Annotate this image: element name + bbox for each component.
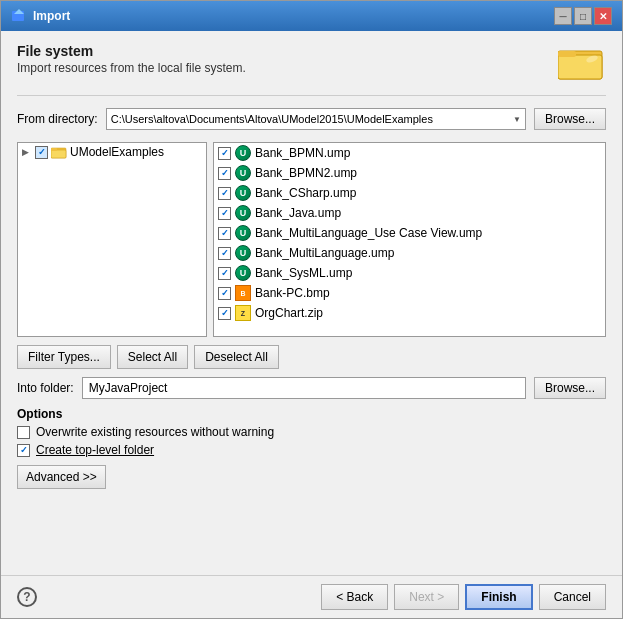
close-button[interactable]: ✕ xyxy=(594,7,612,25)
import-dialog: Import ─ □ ✕ File system Import resource… xyxy=(0,0,623,619)
file-row-5[interactable]: U Bank_MultiLanguage.ump xyxy=(214,243,605,263)
tree-item-umodelexamples[interactable]: ▶ UModelExamples xyxy=(18,143,206,161)
into-folder-browse-button[interactable]: Browse... xyxy=(534,377,606,399)
header-divider xyxy=(17,95,606,96)
bmp-icon-7: B xyxy=(235,285,251,301)
section-title: File system xyxy=(17,43,246,59)
ump-icon-3: U xyxy=(235,205,251,221)
zip-icon-8: Z xyxy=(235,305,251,321)
file-row-4[interactable]: U Bank_MultiLanguage_Use Case View.ump xyxy=(214,223,605,243)
file-checkbox-1[interactable] xyxy=(218,167,231,180)
option2-label: Create top-level folder xyxy=(36,443,154,457)
into-folder-input[interactable] xyxy=(82,377,526,399)
ump-icon-6: U xyxy=(235,265,251,281)
file-checkbox-2[interactable] xyxy=(218,187,231,200)
nav-buttons: < Back Next > Finish Cancel xyxy=(321,584,606,610)
file-row-8[interactable]: Z OrgChart.zip xyxy=(214,303,605,323)
title-bar-left: Import xyxy=(11,8,70,24)
filter-types-button[interactable]: Filter Types... xyxy=(17,345,111,369)
section-header: File system Import resources from the lo… xyxy=(17,43,606,83)
cancel-button[interactable]: Cancel xyxy=(539,584,606,610)
into-folder-row: Into folder: Browse... xyxy=(17,377,606,399)
file-row-1[interactable]: U Bank_BPMN2.ump xyxy=(214,163,605,183)
tree-item-label: UModelExamples xyxy=(70,145,164,159)
file-name-0: Bank_BPMN.ump xyxy=(255,146,350,160)
advanced-button[interactable]: Advanced >> xyxy=(17,465,106,489)
file-name-5: Bank_MultiLanguage.ump xyxy=(255,246,394,260)
files-panel[interactable]: U Bank_BPMN.ump U Bank_BPMN2.ump U Bank_… xyxy=(213,142,606,337)
deselect-all-button[interactable]: Deselect All xyxy=(194,345,279,369)
file-name-4: Bank_MultiLanguage_Use Case View.ump xyxy=(255,226,482,240)
option2-checkbox[interactable] xyxy=(17,444,30,457)
from-dir-value: C:\Users\altova\Documents\Altova\UModel2… xyxy=(111,113,433,125)
ump-icon-4: U xyxy=(235,225,251,241)
minimize-button[interactable]: ─ xyxy=(554,7,572,25)
file-row-6[interactable]: U Bank_SysML.ump xyxy=(214,263,605,283)
file-row-7[interactable]: B Bank-PC.bmp xyxy=(214,283,605,303)
option-row-1: Overwrite existing resources without war… xyxy=(17,425,606,439)
ump-icon-5: U xyxy=(235,245,251,261)
from-dir-browse-button[interactable]: Browse... xyxy=(534,108,606,130)
from-dir-row: From directory: C:\Users\altova\Document… xyxy=(17,108,606,130)
file-row-0[interactable]: U Bank_BPMN.ump xyxy=(214,143,605,163)
tree-panel: ▶ UModelExamples xyxy=(17,142,207,337)
from-dir-label: From directory: xyxy=(17,112,98,126)
file-name-2: Bank_CSharp.ump xyxy=(255,186,356,200)
file-checkbox-6[interactable] xyxy=(218,267,231,280)
dialog-title: Import xyxy=(33,9,70,23)
file-name-6: Bank_SysML.ump xyxy=(255,266,352,280)
section-desc: Import resources from the local file sys… xyxy=(17,61,246,75)
next-button[interactable]: Next > xyxy=(394,584,459,610)
option1-checkbox[interactable] xyxy=(17,426,30,439)
into-folder-label: Into folder: xyxy=(17,381,74,395)
panels-row: ▶ UModelExamples U Bank_BPMN.ump xyxy=(17,142,606,337)
ump-icon-2: U xyxy=(235,185,251,201)
bottom-bar: ? < Back Next > Finish Cancel xyxy=(1,575,622,618)
import-title-icon xyxy=(11,8,27,24)
options-section: Options Overwrite existing resources wit… xyxy=(17,407,606,489)
svg-rect-10 xyxy=(51,148,57,151)
file-name-1: Bank_BPMN2.ump xyxy=(255,166,357,180)
from-dir-combo[interactable]: C:\Users\altova\Documents\Altova\UModel2… xyxy=(106,108,526,130)
file-checkbox-7[interactable] xyxy=(218,287,231,300)
file-row-3[interactable]: U Bank_Java.ump xyxy=(214,203,605,223)
finish-button[interactable]: Finish xyxy=(465,584,532,610)
title-bar-controls: ─ □ ✕ xyxy=(554,7,612,25)
options-title: Options xyxy=(17,407,606,421)
file-checkbox-4[interactable] xyxy=(218,227,231,240)
svg-rect-6 xyxy=(558,51,576,57)
select-all-button[interactable]: Select All xyxy=(117,345,188,369)
option1-label: Overwrite existing resources without war… xyxy=(36,425,274,439)
combo-arrow-icon: ▼ xyxy=(513,115,521,124)
file-row-2[interactable]: U Bank_CSharp.ump xyxy=(214,183,605,203)
file-checkbox-8[interactable] xyxy=(218,307,231,320)
help-icon[interactable]: ? xyxy=(17,587,37,607)
maximize-button[interactable]: □ xyxy=(574,7,592,25)
dialog-content: File system Import resources from the lo… xyxy=(1,31,622,575)
folder-small-icon xyxy=(51,145,67,159)
file-name-7: Bank-PC.bmp xyxy=(255,286,330,300)
ump-icon-1: U xyxy=(235,165,251,181)
file-name-3: Bank_Java.ump xyxy=(255,206,341,220)
title-bar: Import ─ □ ✕ xyxy=(1,1,622,31)
tree-expand-arrow: ▶ xyxy=(22,147,32,157)
option-row-2: Create top-level folder xyxy=(17,443,606,457)
file-name-8: OrgChart.zip xyxy=(255,306,323,320)
ump-icon-0: U xyxy=(235,145,251,161)
svg-rect-9 xyxy=(51,150,66,158)
file-action-buttons: Filter Types... Select All Deselect All xyxy=(17,345,606,369)
back-button[interactable]: < Back xyxy=(321,584,388,610)
file-checkbox-0[interactable] xyxy=(218,147,231,160)
section-header-text: File system Import resources from the lo… xyxy=(17,43,246,75)
file-checkbox-5[interactable] xyxy=(218,247,231,260)
tree-item-checkbox[interactable] xyxy=(35,146,48,159)
folder-large-icon xyxy=(558,43,606,83)
file-checkbox-3[interactable] xyxy=(218,207,231,220)
